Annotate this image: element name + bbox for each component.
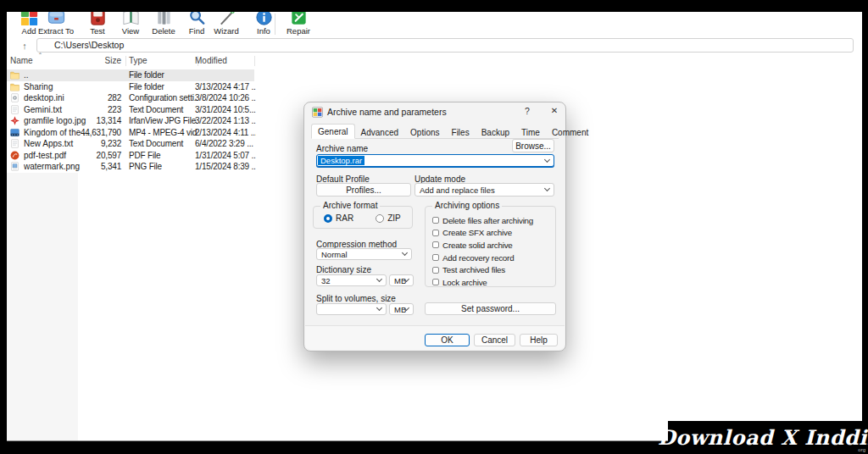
ok-button[interactable]: OK xyxy=(425,334,470,346)
toolbar-button-label: Repair xyxy=(279,26,318,36)
column-header-size[interactable]: Size xyxy=(75,56,121,65)
file-type: Text Document xyxy=(129,138,197,150)
delete-icon xyxy=(145,12,182,26)
column-divider[interactable] xyxy=(125,56,126,66)
file-list-header[interactable]: ˆ NameSizeTypeModified xyxy=(7,54,261,68)
checkbox-option-lock-archive[interactable]: Lock archive xyxy=(426,276,555,289)
jpg-icon xyxy=(10,116,19,125)
file-modified: 1/15/2024 8:39 ... xyxy=(195,161,256,173)
tab-options[interactable]: Options xyxy=(404,125,445,139)
toolbar-button-repair[interactable]: Repair xyxy=(279,12,318,36)
file-row-kingdom-of-the[interactable]: Kingdom of the ...44,631,790MP4 - MPEG-4… xyxy=(7,127,261,139)
archiving-options-group: Archiving options Delete files after arc… xyxy=(425,206,556,287)
radio-option-rar[interactable]: RAR xyxy=(324,213,353,223)
column-header-modified[interactable]: Modified xyxy=(195,56,227,65)
dictionary-size-value: 32 xyxy=(317,276,331,285)
column-header-type[interactable]: Type xyxy=(129,56,147,65)
toolbar-button-view[interactable]: View xyxy=(114,12,147,36)
file-row-[interactable]: ..File folder xyxy=(7,69,254,81)
dictionary-size-select[interactable]: 32 xyxy=(316,274,387,286)
checkbox-unchecked-icon[interactable] xyxy=(432,267,439,274)
close-icon[interactable]: ✕ xyxy=(548,106,561,115)
file-modified: 3/8/2024 10:26 ... xyxy=(195,92,256,104)
png-icon xyxy=(10,162,19,171)
extract-to-icon xyxy=(32,12,80,26)
checkbox-option-test-archived-files[interactable]: Test archived files xyxy=(426,263,555,276)
toolbar-button-test[interactable]: Test xyxy=(81,12,114,36)
tab-advanced[interactable]: Advanced xyxy=(355,125,404,139)
dictionary-size-unit-select[interactable]: MB xyxy=(389,274,414,286)
tab-general[interactable]: General xyxy=(311,124,355,139)
radio-unselected-icon[interactable] xyxy=(376,214,384,223)
tab-files[interactable]: Files xyxy=(446,125,476,139)
chevron-down-icon[interactable] xyxy=(376,276,382,282)
file-row-watermark-png[interactable]: watermark.png5,341PNG File1/15/2024 8:39… xyxy=(7,161,261,173)
split-volumes-select[interactable] xyxy=(316,303,387,315)
watermark-suffix: org xyxy=(858,447,865,452)
checkbox-unchecked-icon[interactable] xyxy=(432,254,439,261)
checkbox-label: Add recovery record xyxy=(442,253,514,263)
file-type: IrfanView JPG File xyxy=(129,115,197,127)
toolbar-button-extract-to[interactable]: Extract To xyxy=(32,12,80,36)
checkbox-option-add-recovery-record[interactable]: Add recovery record xyxy=(426,252,555,264)
archiving-options-list: Delete files after archivingCreate SFX a… xyxy=(426,207,555,289)
checkbox-unchecked-icon[interactable] xyxy=(432,241,439,248)
set-password-button[interactable]: Set password... xyxy=(425,302,556,315)
toolbar: AddExtract ToTestViewDeleteFindWizardInf… xyxy=(7,12,862,37)
dialog-tab-strip: GeneralAdvancedOptionsFilesBackupTimeCom… xyxy=(311,125,559,139)
repair-icon xyxy=(279,12,318,26)
left-panel-strip xyxy=(7,173,78,440)
file-row-pdf-test-pdf[interactable]: pdf-test.pdf20,597PDF File1/31/2024 5:07… xyxy=(7,150,261,162)
video-icon xyxy=(10,128,19,137)
tab-backup[interactable]: Backup xyxy=(476,125,515,139)
file-modified: 3/22/2024 1:13 ... xyxy=(195,115,256,127)
file-type: Text Document xyxy=(129,104,197,116)
up-directory-button[interactable]: ↑ xyxy=(14,39,36,53)
radio-selected-icon[interactable] xyxy=(324,214,332,223)
profiles-button[interactable]: Profiles... xyxy=(316,183,411,197)
file-row-new-apps-txt[interactable]: New Apps.txt9,232Text Document6/4/2022 3… xyxy=(7,138,261,150)
cancel-button[interactable]: Cancel xyxy=(474,334,515,346)
checkbox-unchecked-icon[interactable] xyxy=(432,217,439,224)
chevron-down-icon[interactable] xyxy=(544,185,550,191)
checkbox-option-create-sfx-archive[interactable]: Create SFX archive xyxy=(426,227,555,240)
file-row-gramfile-logo-jpg[interactable]: gramfile logo.jpg13,314IrfanView JPG Fil… xyxy=(7,115,261,127)
checkbox-label: Test archived files xyxy=(442,265,505,274)
chevron-down-icon[interactable] xyxy=(376,305,382,311)
file-modified: 3/13/2024 4:17 ... xyxy=(195,81,256,93)
split-volumes-unit-select[interactable]: MB xyxy=(389,303,414,315)
chevron-down-icon[interactable] xyxy=(402,250,408,256)
checkbox-unchecked-icon[interactable] xyxy=(432,230,439,236)
file-modified: 6/4/2022 3:29 ... xyxy=(195,138,256,150)
toolbar-button-info[interactable]: Info xyxy=(248,12,279,36)
toolbar-button-delete[interactable]: Delete xyxy=(145,12,182,36)
compression-method-select[interactable]: Normal xyxy=(316,248,412,260)
checkbox-option-create-solid-archive[interactable]: Create solid archive xyxy=(426,239,555,252)
column-header-name[interactable]: Name xyxy=(10,56,33,65)
help-button[interactable]: Help xyxy=(520,334,558,346)
dialog-title: Archive name and parameters xyxy=(327,107,447,117)
file-row-sharing[interactable]: SharingFile folder3/13/2024 4:17 ... xyxy=(7,81,261,93)
file-size: 223 xyxy=(73,104,121,116)
file-row-gemini-txt[interactable]: Gemini.txt223Text Document3/31/2024 10:5… xyxy=(7,104,261,116)
toolbar-button-wizard[interactable]: Wizard xyxy=(207,12,246,36)
update-mode-select[interactable]: Add and replace files xyxy=(415,183,554,197)
archive-name-label: Archive name xyxy=(316,144,368,153)
tab-time[interactable]: Time xyxy=(515,125,546,139)
toolbar-button-label: Extract To xyxy=(32,26,80,36)
tab-comment[interactable]: Comment xyxy=(546,125,594,139)
chevron-down-icon[interactable] xyxy=(544,156,550,162)
file-row-desktop-ini[interactable]: desktop.ini282Configuration setti...3/8/… xyxy=(7,92,261,104)
column-divider[interactable] xyxy=(254,56,255,66)
checkbox-label: Lock archive xyxy=(442,278,487,287)
checkbox-unchecked-icon[interactable] xyxy=(432,279,439,285)
file-name: Sharing xyxy=(24,81,90,93)
archive-name-combo[interactable]: Desktop.rar xyxy=(316,154,554,167)
dialog-help-icon[interactable]: ? xyxy=(520,106,534,116)
wizard-icon xyxy=(207,12,246,26)
address-bar[interactable]: C:\Users\Desktop xyxy=(36,38,854,53)
checkbox-option-delete-files-after-archiving[interactable]: Delete files after archiving xyxy=(426,214,555,227)
config-icon xyxy=(10,93,19,102)
radio-option-zip[interactable]: ZIP xyxy=(376,213,401,223)
browse-button[interactable]: Browse... xyxy=(512,139,554,152)
